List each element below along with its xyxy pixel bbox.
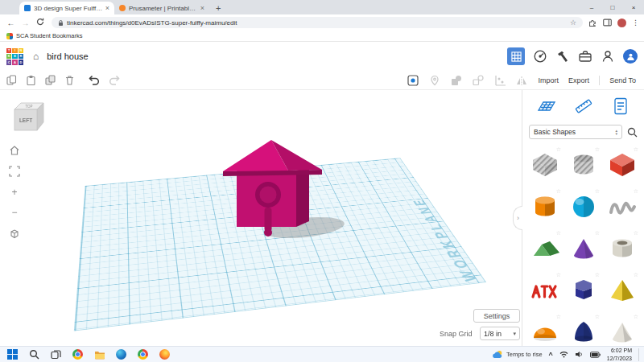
dashboard-home-icon[interactable]: ⌂ <box>33 51 39 62</box>
side-panel-icon[interactable] <box>603 19 612 27</box>
house-side[interactable] <box>296 167 309 227</box>
battery-icon[interactable] <box>590 352 601 358</box>
polygon-shape[interactable]: ☆ <box>566 272 601 309</box>
edge-taskbar-icon[interactable] <box>115 348 127 360</box>
zoom-out-icon[interactable]: − <box>11 208 17 217</box>
gauge-icon[interactable] <box>533 49 547 64</box>
cylinder-shape[interactable]: ☆ <box>527 188 563 225</box>
url-field[interactable]: tinkercad.com/things/d0EvADsISTG-super-f… <box>52 17 583 28</box>
volume-icon[interactable] <box>575 351 584 358</box>
tab-printables[interactable]: Prusameter | Printables.com × <box>114 2 209 14</box>
redo-icon[interactable] <box>109 75 120 85</box>
import-button[interactable]: Import <box>539 76 559 84</box>
half-sphere-shape[interactable]: ☆ <box>527 314 563 346</box>
favorite-star-icon[interactable]: ☆ <box>595 188 600 195</box>
scribble-shape[interactable]: ☆ <box>605 188 640 225</box>
viewport-3d[interactable]: WORKPLANE LEFT TOP <box>0 90 522 346</box>
paste-icon[interactable] <box>26 75 36 85</box>
drop-pin-icon[interactable] <box>429 75 440 86</box>
view-cube[interactable]: LEFT TOP <box>11 98 47 135</box>
snap-grid-select[interactable]: 1/8 in ▾ <box>480 327 520 340</box>
workplane-tool-icon[interactable] <box>536 97 557 116</box>
file-explorer-taskbar-icon[interactable] <box>93 348 105 360</box>
extensions-icon[interactable] <box>588 19 597 27</box>
box-shape[interactable]: ☆ <box>605 146 640 183</box>
close-button[interactable]: × <box>623 4 644 11</box>
reload-icon[interactable] <box>34 18 46 27</box>
entry-hole[interactable] <box>260 187 277 204</box>
settings-button[interactable]: Settings <box>473 309 520 323</box>
wifi-icon[interactable] <box>559 351 568 358</box>
zoom-in-icon[interactable]: + <box>11 187 17 197</box>
chrome-alt-taskbar-icon[interactable] <box>137 348 149 360</box>
tube-shape[interactable]: ☆ <box>605 230 640 267</box>
favorite-star-icon[interactable]: ☆ <box>595 146 600 153</box>
paraboloid-shape[interactable]: ☆ <box>566 314 601 346</box>
favorite-star-icon[interactable]: ☆ <box>634 272 638 278</box>
duplicate-icon[interactable] <box>45 75 56 85</box>
favorite-star-icon[interactable]: ☆ <box>556 272 561 278</box>
mirror-icon[interactable] <box>516 75 527 86</box>
favorite-star-icon[interactable]: ☆ <box>595 314 600 320</box>
task-view-taskbar-icon[interactable] <box>50 348 62 360</box>
export-button[interactable]: Export <box>568 76 589 84</box>
cone-shape[interactable]: ☆ <box>566 230 601 267</box>
favorite-star-icon[interactable]: ☆ <box>634 188 638 195</box>
perspective-toggle-icon[interactable] <box>9 228 20 240</box>
ungroup-icon[interactable] <box>473 75 484 86</box>
favorite-star-icon[interactable]: ☆ <box>595 272 600 278</box>
pyramid-shape[interactable]: ☆ <box>605 272 640 309</box>
undo-icon[interactable] <box>89 75 100 85</box>
person-icon[interactable] <box>601 49 615 64</box>
box-hole-shape[interactable]: ☆ <box>527 146 563 183</box>
bookmark-item[interactable]: SCA Student Bookmarks <box>16 32 83 39</box>
tinkercad-logo[interactable]: TINKERCAD <box>6 48 23 65</box>
profile-avatar[interactable] <box>617 19 626 27</box>
perch-tip[interactable] <box>264 228 272 237</box>
hammer-icon[interactable] <box>555 49 570 64</box>
apps-grid-button[interactable] <box>507 47 525 65</box>
tab-close-icon[interactable]: × <box>200 4 204 12</box>
back-icon[interactable]: ← <box>5 19 17 27</box>
browser-menu-icon[interactable]: ⋮ <box>632 19 639 27</box>
birdhouse-model[interactable] <box>0 90 522 346</box>
shape-category-select[interactable]: Basic Shapes ▴▾ <box>529 125 622 139</box>
weather-widget[interactable]: Temps to rise <box>493 350 543 359</box>
new-tab-button[interactable]: + <box>216 4 221 12</box>
taskbar-clock[interactable]: 6:02 PM 12/7/2023 <box>607 347 632 362</box>
fit-view-icon[interactable] <box>9 166 20 177</box>
bookmark-star-icon[interactable]: ☆ <box>570 19 576 27</box>
roof-shape[interactable]: ☆ <box>527 230 563 267</box>
favorite-star-icon[interactable]: ☆ <box>556 188 561 195</box>
align-icon[interactable] <box>494 75 506 86</box>
ruler-tool-icon[interactable] <box>573 97 594 116</box>
favorite-star-icon[interactable]: ☆ <box>556 146 561 153</box>
favorite-star-icon[interactable]: ☆ <box>556 314 561 320</box>
delete-icon[interactable] <box>64 75 75 85</box>
hidden-icons-chevron[interactable]: ^ <box>549 351 553 359</box>
sphere-shape[interactable]: ☆ <box>566 188 601 225</box>
tab-tinkercad[interactable]: 3D design Super Fulffy-Maimu × <box>19 2 114 14</box>
favorite-star-icon[interactable]: ☆ <box>556 230 561 237</box>
forward-icon[interactable]: → <box>19 19 31 27</box>
perch-peg[interactable] <box>265 208 272 232</box>
favorite-star-icon[interactable]: ☆ <box>634 146 638 153</box>
notes-tool-icon[interactable] <box>610 97 631 116</box>
start-taskbar-icon[interactable] <box>6 348 19 360</box>
maximize-button[interactable]: □ <box>602 4 623 11</box>
favorite-star-icon[interactable]: ☆ <box>634 314 638 320</box>
briefcase-icon[interactable] <box>578 49 592 64</box>
show-all-icon[interactable] <box>407 75 419 86</box>
tab-close-icon[interactable]: × <box>105 4 109 12</box>
cone-gray-shape[interactable]: ☆ <box>605 314 640 346</box>
home-view-icon[interactable] <box>9 145 20 155</box>
text-shape[interactable]: ☆ <box>527 272 563 309</box>
account-avatar[interactable] <box>623 49 638 64</box>
chrome-taskbar-icon[interactable] <box>72 348 84 360</box>
favorite-star-icon[interactable]: ☆ <box>595 230 600 237</box>
favorite-star-icon[interactable]: ☆ <box>634 230 638 237</box>
cylinder-hole-shape[interactable]: ☆ <box>566 146 601 183</box>
firefox-taskbar-icon[interactable] <box>159 348 171 360</box>
show-desktop-button[interactable] <box>638 348 641 361</box>
panel-collapse-handle[interactable]: › <box>513 206 522 230</box>
